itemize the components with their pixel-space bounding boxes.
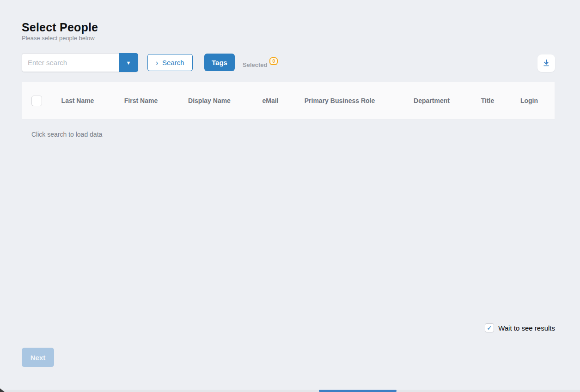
column-header-primary-business-role: Primary Business Role — [305, 97, 375, 104]
search-button[interactable]: › Search — [147, 54, 193, 71]
empty-state-message: Click search to load data — [31, 131, 102, 138]
chevron-down-icon: ▼ — [126, 60, 131, 66]
tags-button[interactable]: Tags — [204, 54, 235, 71]
column-header-display-name: Display Name — [188, 97, 231, 104]
checkmark-icon: ✓ — [487, 325, 492, 331]
page-subtitle: Please select people below — [22, 35, 95, 42]
selected-count-badge: 0 — [269, 57, 278, 65]
page-title: Select People — [22, 21, 98, 34]
column-header-title: Title — [481, 97, 495, 104]
search-button-label: Search — [162, 59, 184, 66]
column-header-department: Department — [414, 97, 450, 104]
column-header-login: Login — [520, 97, 538, 104]
wait-to-see-results-control[interactable]: ✓ Wait to see results — [485, 323, 555, 332]
horizontal-scrollbar-thumb[interactable] — [319, 390, 397, 392]
search-group: ▼ — [22, 53, 138, 72]
chevron-right-icon: › — [156, 58, 158, 67]
search-options-dropdown-button[interactable]: ▼ — [119, 53, 138, 72]
wait-to-see-results-label: Wait to see results — [498, 324, 555, 332]
horizontal-scrollbar-track — [0, 390, 580, 392]
selected-counter: Selected 0 — [243, 57, 278, 68]
table-header-row: Last NameFirst NameDisplay NameeMailPrim… — [22, 82, 555, 120]
next-button[interactable]: Next — [22, 348, 54, 367]
selected-label: Selected — [243, 61, 267, 68]
select-people-page: Select People Please select people below… — [0, 0, 580, 392]
column-header-last-name: Last Name — [61, 97, 94, 104]
download-icon — [542, 58, 551, 69]
column-header-email: eMail — [262, 97, 278, 104]
select-all-checkbox[interactable] — [31, 96, 42, 106]
search-input[interactable] — [22, 53, 119, 72]
download-button[interactable] — [537, 54, 555, 72]
cursor-artifact — [0, 388, 5, 392]
column-header-first-name: First Name — [124, 97, 158, 104]
wait-to-see-results-checkbox[interactable]: ✓ — [485, 323, 494, 332]
